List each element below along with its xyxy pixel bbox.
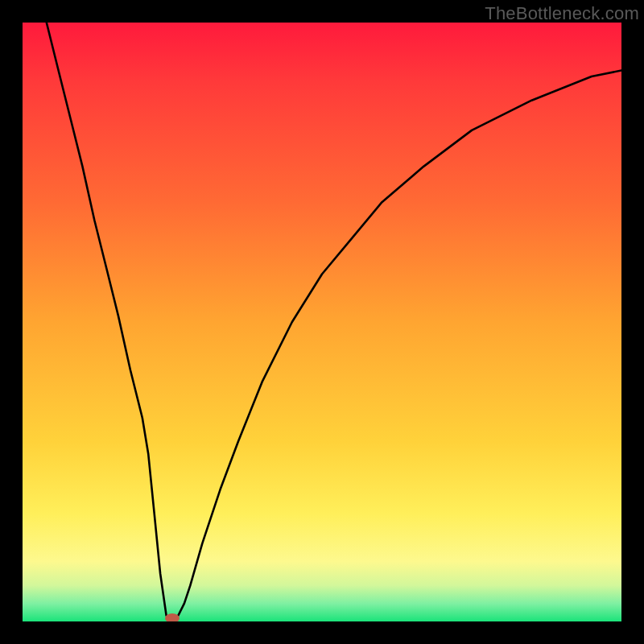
chart-frame: TheBottleneck.com [0, 0, 644, 644]
chart-plot-area [23, 23, 621, 621]
chart-curve-layer [23, 23, 621, 621]
bottleneck-curve [47, 23, 621, 621]
watermark-text: TheBottleneck.com [485, 3, 639, 24]
